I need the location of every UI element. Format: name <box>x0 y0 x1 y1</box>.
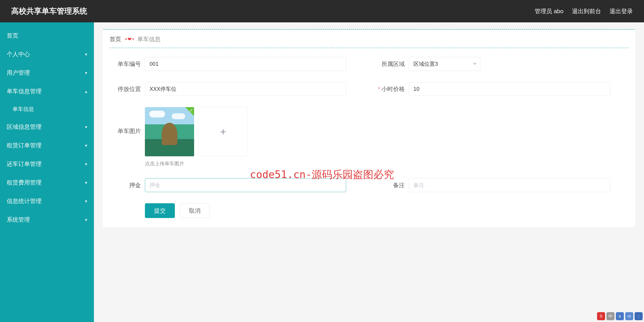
sidebar-rent-fee-mgmt[interactable]: 租赁费用管理 ▾ <box>0 173 94 192</box>
sidebar-bike-info-mgmt[interactable]: 单车信息管理 ▴ <box>0 82 94 100</box>
top-header: 高校共享单车管理系统 管理员 abo 退出到前台 退出登录 <box>0 0 644 22</box>
tray-lang-icon[interactable]: 中 <box>606 312 614 320</box>
tray-icon-4[interactable]: m <box>625 312 633 320</box>
cancel-button[interactable]: 取消 <box>180 203 210 218</box>
sidebar-bike-info-sub-label: 单车信息 <box>12 106 34 112</box>
main-content: 首页 ⚬❤⚬ 单车信息 单车编号 所属区域 区域位置3 <box>94 22 644 322</box>
breadcrumb: 首页 ⚬❤⚬ 单车信息 <box>110 35 628 48</box>
region-label: 所属区域 <box>374 60 405 68</box>
header-right: 管理员 abo 退出到前台 退出登录 <box>535 8 633 15</box>
current-user[interactable]: 管理员 abo <box>535 8 564 15</box>
upload-area: + <box>145 107 248 156</box>
exit-front-button[interactable]: 退出到前台 <box>572 8 601 15</box>
sidebar-personal-label: 个人中心 <box>7 50 30 58</box>
chevron-down-icon: ▾ <box>85 217 87 222</box>
chevron-down-icon: ▾ <box>85 198 87 204</box>
chevron-down-icon: ▾ <box>85 70 87 76</box>
breadcrumb-home[interactable]: 首页 <box>110 35 121 43</box>
sidebar-home-label: 首页 <box>7 32 18 40</box>
sidebar-stats-mgmt[interactable]: 信息统计管理 ▾ <box>0 192 94 210</box>
breadcrumb-current: 单车信息 <box>137 35 160 43</box>
bike-no-input[interactable] <box>145 57 346 71</box>
submit-button[interactable]: 提交 <box>145 203 175 218</box>
sidebar-system-mgmt[interactable]: 系统管理 ▾ <box>0 210 94 229</box>
chevron-down-icon: ▾ <box>85 143 87 148</box>
app-title: 高校共享单车管理系统 <box>11 6 87 16</box>
form-card: 首页 ⚬❤⚬ 单车信息 单车编号 所属区域 区域位置3 <box>103 29 635 227</box>
park-input[interactable] <box>145 82 346 96</box>
sidebar-return-order-mgmt-label: 还车订单管理 <box>7 160 42 168</box>
plus-icon: + <box>220 126 226 138</box>
uploaded-thumbnail[interactable] <box>145 107 194 156</box>
price-label: *小时价格 <box>374 85 405 93</box>
sidebar-rent-order-mgmt-label: 租赁订单管理 <box>7 142 42 149</box>
remark-label: 备注 <box>374 181 405 189</box>
chevron-down-icon: ▾ <box>85 162 87 167</box>
add-image-button[interactable]: + <box>198 107 248 156</box>
sidebar-region-mgmt-label: 区域信息管理 <box>7 123 42 131</box>
logout-button[interactable]: 退出登录 <box>610 8 633 15</box>
form-actions: 提交 取消 <box>145 203 628 218</box>
sidebar-rent-fee-mgmt-label: 租赁费用管理 <box>7 179 42 186</box>
chevron-down-icon: ▾ <box>85 180 87 185</box>
tray-icon-5[interactable]: :: <box>634 312 643 320</box>
chevron-down-icon: ▾ <box>85 52 87 57</box>
sidebar-stats-mgmt-label: 信息统计管理 <box>7 197 42 205</box>
breadcrumb-separator-icon: ⚬❤⚬ <box>124 36 134 42</box>
sidebar-user-mgmt[interactable]: 用户管理 ▾ <box>0 64 94 82</box>
chevron-up-icon: ▴ <box>85 89 87 94</box>
park-label: 停放位置 <box>110 85 141 93</box>
tray-ime-icon[interactable]: S <box>597 312 605 320</box>
sidebar-home[interactable]: 首页 <box>0 26 94 45</box>
price-label-text: 小时价格 <box>382 86 405 92</box>
price-input[interactable] <box>409 82 610 96</box>
deposit-input[interactable] <box>145 178 346 192</box>
deposit-label: 押金 <box>110 181 141 189</box>
chevron-down-icon: ▾ <box>85 124 87 130</box>
sidebar-personal[interactable]: 个人中心 ▾ <box>0 45 94 64</box>
image-label: 单车图片 <box>110 127 141 135</box>
sidebar-rent-order-mgmt[interactable]: 租赁订单管理 ▾ <box>0 136 94 155</box>
check-icon <box>185 107 194 116</box>
region-select[interactable]: 区域位置3 <box>409 57 480 71</box>
region-select-value: 区域位置3 <box>414 60 438 68</box>
bike-no-label: 单车编号 <box>110 60 141 68</box>
sidebar-region-mgmt[interactable]: 区域信息管理 ▾ <box>0 118 94 136</box>
sidebar-bike-info-sub[interactable]: 单车信息 <box>0 100 94 118</box>
sidebar-bike-info-mgmt-label: 单车信息管理 <box>7 88 42 95</box>
upload-hint: 点击上传单车图片 <box>145 160 248 167</box>
sidebar: 首页 个人中心 ▾ 用户管理 ▾ 单车信息管理 ▴ 单车信息 区域信息管理 ▾ … <box>0 22 94 322</box>
system-tray: S 中 e m :: <box>597 312 643 320</box>
sidebar-return-order-mgmt[interactable]: 还车订单管理 ▾ <box>0 155 94 173</box>
remark-input[interactable] <box>409 178 610 192</box>
sidebar-user-mgmt-label: 用户管理 <box>7 69 30 77</box>
tray-icon-3[interactable]: e <box>616 312 624 320</box>
sidebar-system-mgmt-label: 系统管理 <box>7 216 30 224</box>
